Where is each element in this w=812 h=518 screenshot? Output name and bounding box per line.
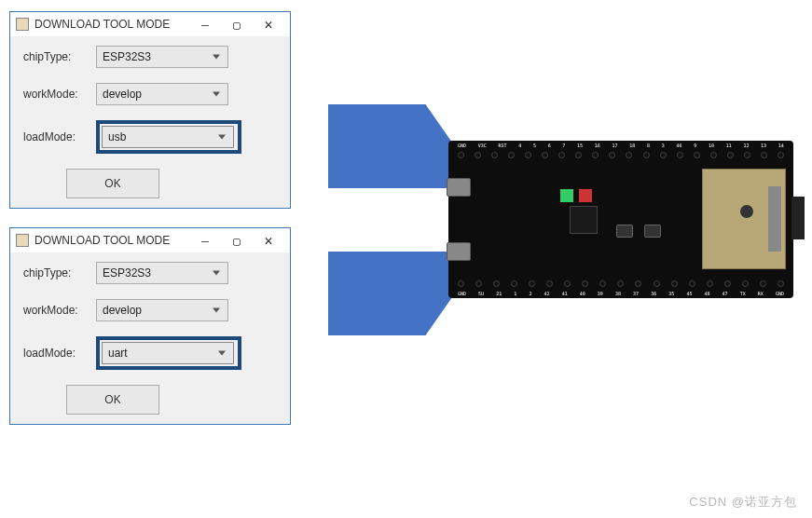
maximize-button[interactable]: ▢: [221, 230, 253, 251]
titlebar: DOWNLOAD TOOL MODE — ▢ ✕: [10, 228, 290, 252]
dialog-usb: DOWNLOAD TOOL MODE — ▢ ✕ chipType: ESP32…: [9, 11, 291, 209]
led-icon: [560, 189, 573, 202]
hw-button-icon: [644, 225, 661, 238]
loadmode-dropdown[interactable]: usb: [102, 126, 234, 148]
loadmode-label: loadMode:: [23, 347, 96, 360]
minimize-button[interactable]: —: [189, 14, 221, 34]
loadmode-dropdown[interactable]: uart: [102, 342, 234, 364]
dialog-uart: DOWNLOAD TOOL MODE — ▢ ✕ chipType: ESP32…: [9, 227, 291, 425]
window-title: DOWNLOAD TOOL MODE: [34, 234, 189, 247]
close-button[interactable]: ✕: [253, 230, 284, 251]
usb-connector-icon: [447, 178, 471, 197]
espressif-logo-icon: [740, 205, 753, 218]
ok-button[interactable]: OK: [66, 385, 159, 415]
titlebar: DOWNLOAD TOOL MODE — ▢ ✕: [10, 12, 290, 36]
loadmode-highlight: uart: [96, 336, 241, 370]
chiptype-label: chipType:: [23, 50, 96, 63]
arrow-uart-icon: [328, 252, 459, 335]
app-icon: [16, 18, 29, 31]
board-image: GNDV3CRST456715161718834691011121314 GND…: [448, 141, 812, 298]
minimize-button[interactable]: —: [189, 230, 221, 251]
arrow-usb-icon: [328, 104, 459, 188]
chiptype-label: chipType:: [23, 266, 96, 279]
window-title: DOWNLOAD TOOL MODE: [34, 18, 189, 31]
chip-icon: [570, 206, 598, 234]
svg-line-3: [337, 266, 440, 322]
app-icon: [16, 234, 29, 247]
antenna-icon: [791, 197, 805, 239]
chiptype-dropdown[interactable]: ESP32S3: [96, 46, 228, 68]
loadmode-label: loadMode:: [23, 130, 96, 143]
loadmode-highlight: usb: [96, 120, 241, 154]
svg-line-1: [337, 117, 440, 173]
usb-connector-icon: [447, 242, 471, 261]
esp-module-icon: [702, 169, 786, 269]
chiptype-dropdown[interactable]: ESP32S3: [96, 262, 228, 284]
workmode-label: workMode:: [23, 88, 96, 101]
hw-button-icon: [616, 225, 633, 238]
ok-button[interactable]: OK: [66, 169, 159, 198]
workmode-dropdown[interactable]: develop: [96, 299, 228, 321]
led-icon: [579, 189, 592, 202]
maximize-button[interactable]: ▢: [221, 14, 253, 34]
close-button[interactable]: ✕: [253, 14, 284, 34]
workmode-label: workMode:: [23, 304, 96, 317]
workmode-dropdown[interactable]: develop: [96, 83, 228, 105]
watermark: CSDN @诺亚方包: [689, 494, 797, 511]
